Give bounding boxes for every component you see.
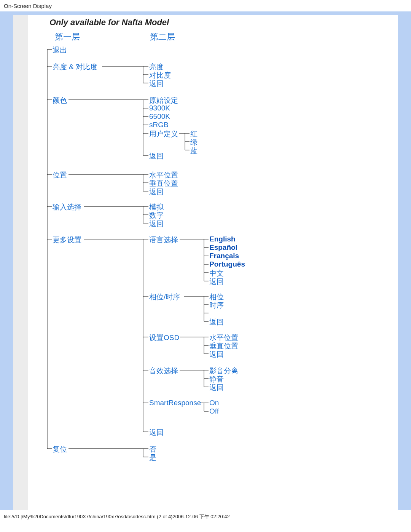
osd-return: 返回 xyxy=(209,350,224,359)
color-user: 用户定义 xyxy=(149,129,178,139)
document-body: Only available for Nafta Model 第一层 第二层 xyxy=(13,15,398,510)
page-header: On-Screen Display xyxy=(0,0,411,11)
page-frame: Only available for Nafta Model 第一层 第二层 xyxy=(0,11,411,510)
input-return: 返回 xyxy=(149,219,164,229)
sr-on: On xyxy=(209,399,219,407)
more-language: 语言选择 xyxy=(149,235,178,245)
more-osd: 设置OSD xyxy=(149,333,179,343)
bc-return: 返回 xyxy=(149,79,164,89)
more-smartresponse: SmartResponse xyxy=(149,399,201,407)
phase-clock: 时序 xyxy=(209,300,224,310)
reset-yes: 是 xyxy=(149,453,156,463)
lang-english: English xyxy=(209,235,236,243)
color-srgb: sRGB xyxy=(149,121,169,129)
item-color: 颜色 xyxy=(53,96,67,105)
audio-return: 返回 xyxy=(209,383,224,393)
color-user-blue: 蓝 xyxy=(190,146,198,156)
tree-connectors xyxy=(28,15,371,510)
diagram-area: Only available for Nafta Model 第一层 第二层 xyxy=(28,15,398,510)
item-more-settings: 更多设置 xyxy=(53,235,81,245)
item-position: 位置 xyxy=(53,170,67,180)
sr-off: Off xyxy=(209,407,219,415)
lang-french: Français xyxy=(209,252,239,260)
page-footer: file:///D |/My%20Documents/dfu/190X7/chi… xyxy=(0,510,411,523)
lang-spanish: Español xyxy=(209,243,237,252)
lang-portuguese: Português xyxy=(209,260,245,268)
phase-return: 返回 xyxy=(209,317,224,327)
more-phase-clock: 相位/时序 xyxy=(149,292,180,302)
item-exit: 退出 xyxy=(53,45,67,55)
lang-return: 返回 xyxy=(209,277,224,287)
item-reset: 复位 xyxy=(53,444,67,454)
left-margin xyxy=(13,15,28,510)
color-return: 返回 xyxy=(149,151,164,161)
pos-return: 返回 xyxy=(149,187,164,197)
more-audio: 音效选择 xyxy=(149,366,178,376)
color-9300k: 9300K xyxy=(149,104,170,112)
item-brightness-contrast: 亮度 & 对比度 xyxy=(53,62,97,72)
more-return: 返回 xyxy=(149,428,164,438)
item-input-select: 输入选择 xyxy=(53,202,81,212)
color-6500k: 6500K xyxy=(149,112,170,121)
